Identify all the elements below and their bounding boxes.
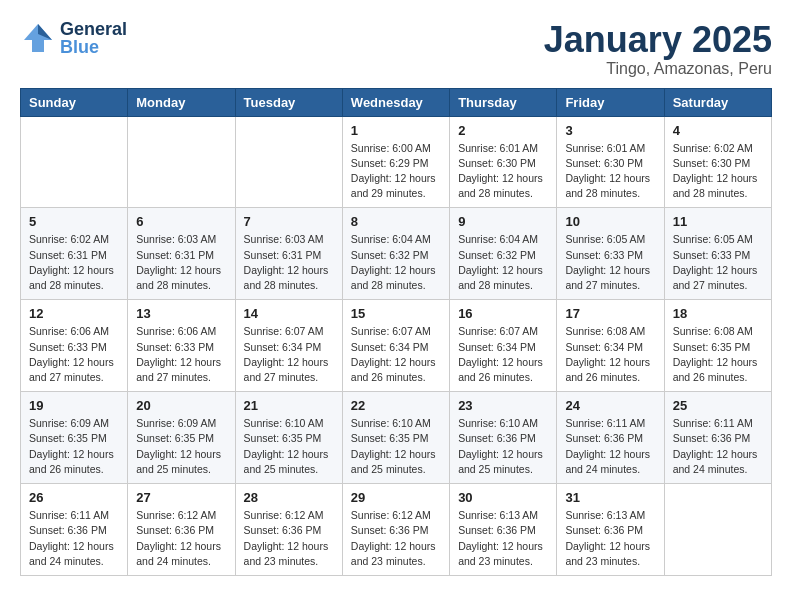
weekday-header-tuesday: Tuesday <box>235 88 342 116</box>
day-number: 16 <box>458 306 548 321</box>
day-info: Sunrise: 6:01 AM Sunset: 6:30 PM Dayligh… <box>565 141 655 202</box>
day-info: Sunrise: 6:07 AM Sunset: 6:34 PM Dayligh… <box>244 324 334 385</box>
day-info: Sunrise: 6:00 AM Sunset: 6:29 PM Dayligh… <box>351 141 441 202</box>
week-row-5: 26Sunrise: 6:11 AM Sunset: 6:36 PM Dayli… <box>21 484 772 576</box>
day-number: 14 <box>244 306 334 321</box>
week-row-4: 19Sunrise: 6:09 AM Sunset: 6:35 PM Dayli… <box>21 392 772 484</box>
calendar-cell: 3Sunrise: 6:01 AM Sunset: 6:30 PM Daylig… <box>557 116 664 208</box>
day-number: 30 <box>458 490 548 505</box>
calendar-cell: 6Sunrise: 6:03 AM Sunset: 6:31 PM Daylig… <box>128 208 235 300</box>
calendar-cell: 28Sunrise: 6:12 AM Sunset: 6:36 PM Dayli… <box>235 484 342 576</box>
day-number: 3 <box>565 123 655 138</box>
logo: General Blue <box>20 20 127 56</box>
day-info: Sunrise: 6:02 AM Sunset: 6:30 PM Dayligh… <box>673 141 763 202</box>
day-number: 7 <box>244 214 334 229</box>
day-number: 9 <box>458 214 548 229</box>
day-info: Sunrise: 6:03 AM Sunset: 6:31 PM Dayligh… <box>244 232 334 293</box>
week-row-2: 5Sunrise: 6:02 AM Sunset: 6:31 PM Daylig… <box>21 208 772 300</box>
day-number: 27 <box>136 490 226 505</box>
week-row-1: 1Sunrise: 6:00 AM Sunset: 6:29 PM Daylig… <box>21 116 772 208</box>
page-header: General Blue January 2025 Tingo, Amazona… <box>20 20 772 78</box>
calendar-cell <box>664 484 771 576</box>
calendar-cell: 18Sunrise: 6:08 AM Sunset: 6:35 PM Dayli… <box>664 300 771 392</box>
day-info: Sunrise: 6:09 AM Sunset: 6:35 PM Dayligh… <box>136 416 226 477</box>
day-number: 5 <box>29 214 119 229</box>
day-info: Sunrise: 6:06 AM Sunset: 6:33 PM Dayligh… <box>29 324 119 385</box>
day-info: Sunrise: 6:07 AM Sunset: 6:34 PM Dayligh… <box>351 324 441 385</box>
calendar-cell: 9Sunrise: 6:04 AM Sunset: 6:32 PM Daylig… <box>450 208 557 300</box>
calendar-cell: 16Sunrise: 6:07 AM Sunset: 6:34 PM Dayli… <box>450 300 557 392</box>
day-number: 28 <box>244 490 334 505</box>
day-number: 10 <box>565 214 655 229</box>
day-info: Sunrise: 6:04 AM Sunset: 6:32 PM Dayligh… <box>458 232 548 293</box>
calendar-cell: 27Sunrise: 6:12 AM Sunset: 6:36 PM Dayli… <box>128 484 235 576</box>
day-info: Sunrise: 6:10 AM Sunset: 6:35 PM Dayligh… <box>351 416 441 477</box>
weekday-header-friday: Friday <box>557 88 664 116</box>
day-number: 8 <box>351 214 441 229</box>
day-info: Sunrise: 6:02 AM Sunset: 6:31 PM Dayligh… <box>29 232 119 293</box>
day-number: 26 <box>29 490 119 505</box>
calendar-subtitle: Tingo, Amazonas, Peru <box>544 60 772 78</box>
weekday-header-saturday: Saturday <box>664 88 771 116</box>
calendar-cell: 2Sunrise: 6:01 AM Sunset: 6:30 PM Daylig… <box>450 116 557 208</box>
weekday-header-row: SundayMondayTuesdayWednesdayThursdayFrid… <box>21 88 772 116</box>
calendar-cell: 20Sunrise: 6:09 AM Sunset: 6:35 PM Dayli… <box>128 392 235 484</box>
calendar-cell: 22Sunrise: 6:10 AM Sunset: 6:35 PM Dayli… <box>342 392 449 484</box>
day-info: Sunrise: 6:09 AM Sunset: 6:35 PM Dayligh… <box>29 416 119 477</box>
calendar-cell: 23Sunrise: 6:10 AM Sunset: 6:36 PM Dayli… <box>450 392 557 484</box>
day-number: 6 <box>136 214 226 229</box>
day-number: 19 <box>29 398 119 413</box>
day-info: Sunrise: 6:03 AM Sunset: 6:31 PM Dayligh… <box>136 232 226 293</box>
day-info: Sunrise: 6:12 AM Sunset: 6:36 PM Dayligh… <box>351 508 441 569</box>
day-number: 23 <box>458 398 548 413</box>
day-number: 31 <box>565 490 655 505</box>
day-number: 29 <box>351 490 441 505</box>
calendar-cell: 1Sunrise: 6:00 AM Sunset: 6:29 PM Daylig… <box>342 116 449 208</box>
calendar-cell <box>128 116 235 208</box>
weekday-header-monday: Monday <box>128 88 235 116</box>
day-info: Sunrise: 6:11 AM Sunset: 6:36 PM Dayligh… <box>29 508 119 569</box>
day-info: Sunrise: 6:11 AM Sunset: 6:36 PM Dayligh… <box>673 416 763 477</box>
week-row-3: 12Sunrise: 6:06 AM Sunset: 6:33 PM Dayli… <box>21 300 772 392</box>
calendar-cell: 7Sunrise: 6:03 AM Sunset: 6:31 PM Daylig… <box>235 208 342 300</box>
day-number: 17 <box>565 306 655 321</box>
day-number: 18 <box>673 306 763 321</box>
calendar-cell: 12Sunrise: 6:06 AM Sunset: 6:33 PM Dayli… <box>21 300 128 392</box>
day-number: 13 <box>136 306 226 321</box>
title-block: January 2025 Tingo, Amazonas, Peru <box>544 20 772 78</box>
weekday-header-thursday: Thursday <box>450 88 557 116</box>
calendar-cell: 5Sunrise: 6:02 AM Sunset: 6:31 PM Daylig… <box>21 208 128 300</box>
day-info: Sunrise: 6:10 AM Sunset: 6:35 PM Dayligh… <box>244 416 334 477</box>
calendar-cell: 25Sunrise: 6:11 AM Sunset: 6:36 PM Dayli… <box>664 392 771 484</box>
day-info: Sunrise: 6:08 AM Sunset: 6:34 PM Dayligh… <box>565 324 655 385</box>
calendar-cell: 26Sunrise: 6:11 AM Sunset: 6:36 PM Dayli… <box>21 484 128 576</box>
calendar-cell <box>235 116 342 208</box>
day-info: Sunrise: 6:05 AM Sunset: 6:33 PM Dayligh… <box>565 232 655 293</box>
day-number: 11 <box>673 214 763 229</box>
day-info: Sunrise: 6:04 AM Sunset: 6:32 PM Dayligh… <box>351 232 441 293</box>
logo-general: General <box>60 20 127 38</box>
day-number: 22 <box>351 398 441 413</box>
calendar-cell: 21Sunrise: 6:10 AM Sunset: 6:35 PM Dayli… <box>235 392 342 484</box>
calendar-cell: 17Sunrise: 6:08 AM Sunset: 6:34 PM Dayli… <box>557 300 664 392</box>
calendar-cell: 31Sunrise: 6:13 AM Sunset: 6:36 PM Dayli… <box>557 484 664 576</box>
day-number: 24 <box>565 398 655 413</box>
logo-bird-icon <box>20 20 56 56</box>
logo-text: General Blue <box>60 20 127 56</box>
calendar-cell: 19Sunrise: 6:09 AM Sunset: 6:35 PM Dayli… <box>21 392 128 484</box>
day-number: 20 <box>136 398 226 413</box>
day-number: 4 <box>673 123 763 138</box>
weekday-header-sunday: Sunday <box>21 88 128 116</box>
calendar-cell: 8Sunrise: 6:04 AM Sunset: 6:32 PM Daylig… <box>342 208 449 300</box>
day-info: Sunrise: 6:12 AM Sunset: 6:36 PM Dayligh… <box>244 508 334 569</box>
day-number: 1 <box>351 123 441 138</box>
calendar-cell: 11Sunrise: 6:05 AM Sunset: 6:33 PM Dayli… <box>664 208 771 300</box>
calendar-title: January 2025 <box>544 20 772 60</box>
day-info: Sunrise: 6:11 AM Sunset: 6:36 PM Dayligh… <box>565 416 655 477</box>
day-number: 15 <box>351 306 441 321</box>
day-info: Sunrise: 6:12 AM Sunset: 6:36 PM Dayligh… <box>136 508 226 569</box>
calendar-cell: 14Sunrise: 6:07 AM Sunset: 6:34 PM Dayli… <box>235 300 342 392</box>
day-info: Sunrise: 6:07 AM Sunset: 6:34 PM Dayligh… <box>458 324 548 385</box>
day-number: 12 <box>29 306 119 321</box>
calendar-cell: 4Sunrise: 6:02 AM Sunset: 6:30 PM Daylig… <box>664 116 771 208</box>
